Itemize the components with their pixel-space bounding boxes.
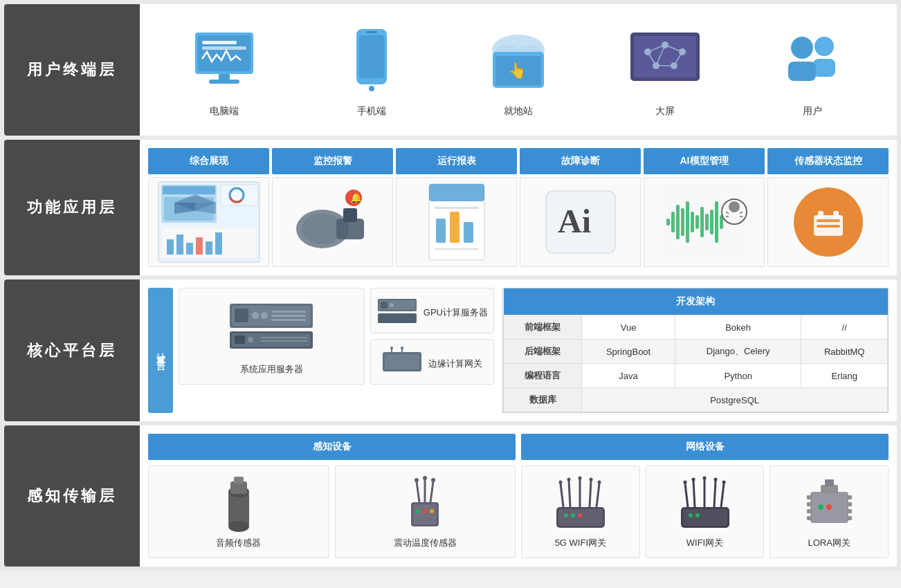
svg-point-153 (684, 481, 687, 484)
svg-rect-92 (235, 309, 248, 322)
svg-rect-44 (167, 239, 174, 255)
wifi-icon (677, 475, 733, 530)
svg-rect-35 (163, 186, 215, 194)
svg-rect-4 (219, 74, 230, 80)
sense-header-row: 感知设备 网络设备 (148, 434, 889, 460)
svg-rect-89 (817, 225, 840, 228)
func-img-sensor-monitor (767, 177, 889, 267)
lora-icon (801, 475, 857, 530)
sense-layer-content: 感知设备 网络设备 (140, 425, 897, 567)
phone-icon (337, 22, 406, 98)
dev-cell-bokeh: Bokeh (675, 315, 801, 340)
svg-rect-73 (700, 207, 704, 237)
func-header-监控报警: 监控报警 (272, 148, 393, 174)
svg-line-124 (430, 481, 433, 502)
svg-rect-72 (695, 215, 699, 229)
terminal-layer-label: 用户终端层 (4, 4, 140, 136)
svg-point-140 (579, 477, 582, 480)
svg-line-122 (417, 481, 419, 502)
dev-cell-vue: Vue (582, 315, 675, 340)
svg-text:🔔: 🔔 (350, 192, 363, 204)
terminal-layer-content: 电脑端 手机端 (140, 4, 897, 136)
vibration-sensor-icon (397, 475, 453, 530)
svg-rect-30 (813, 59, 835, 77)
dev-row-language: 编程语言 Java Python Erlang (504, 364, 888, 388)
svg-point-154 (692, 478, 695, 481)
svg-point-139 (567, 478, 571, 481)
svg-rect-147 (683, 509, 727, 526)
svg-rect-74 (705, 214, 709, 230)
svg-rect-88 (817, 219, 840, 222)
svg-rect-119 (234, 477, 244, 484)
svg-rect-69 (681, 208, 684, 236)
sense-item-5gwifi: 5G WIFI网关 (521, 466, 640, 558)
svg-rect-47 (196, 237, 203, 255)
svg-rect-60 (464, 222, 473, 243)
svg-rect-32 (788, 62, 816, 81)
svg-point-79 (729, 201, 740, 212)
terminal-layer-row: 用户终端层 (4, 4, 897, 136)
core-layer-label: 核心平台层 (4, 279, 140, 421)
dev-row-backend: 后端框架 SpringBoot Django、Celery RabbitMQ (504, 340, 888, 364)
server-box-main: 系统应用服务器 (179, 288, 365, 385)
svg-rect-170 (825, 479, 834, 486)
svg-point-126 (423, 476, 427, 480)
sense-content-row: 音频传感器 (148, 466, 889, 558)
dev-cell-rabbitmq: RabbitMQ (801, 340, 888, 364)
svg-point-157 (722, 481, 726, 484)
svg-point-94 (261, 312, 268, 319)
dev-row-label-db: 数据库 (504, 388, 582, 412)
dev-row-frontend: 前端框架 Vue Bokeh // (504, 315, 888, 340)
svg-rect-108 (378, 313, 417, 323)
sense-network-items: 5G WIFI网关 (521, 466, 889, 558)
dev-cell-python: Python (675, 364, 801, 388)
edge-gateway-icon (381, 347, 423, 378)
svg-text:👆: 👆 (508, 61, 527, 80)
dev-cell-java: Java (582, 364, 675, 388)
svg-rect-3 (202, 46, 246, 50)
dev-row-label-language: 编程语言 (504, 364, 582, 388)
svg-line-134 (569, 481, 570, 507)
svg-point-112 (390, 347, 393, 349)
func-header-运行报表: 运行报表 (396, 148, 517, 174)
dev-row-label-backend: 后端框架 (504, 340, 582, 364)
svg-rect-53 (343, 208, 357, 222)
core-servers: 系统应用服务器 (179, 288, 494, 413)
svg-rect-110 (385, 354, 419, 369)
core-left-section: 计算平台 (148, 288, 494, 413)
sense-item-wifi: WIFI网关 (646, 466, 765, 558)
func-header-综合展现: 综合展现 (148, 148, 269, 174)
svg-rect-163 (807, 509, 812, 513)
server-box-edge: 边缘计算网关 (370, 339, 494, 385)
svg-point-142 (598, 481, 601, 484)
svg-line-137 (597, 484, 599, 507)
svg-rect-102 (261, 337, 308, 338)
dev-table: 开发架构 前端框架 Vue Bokeh // 后端框架 SpringBoot (503, 288, 888, 412)
svg-point-145 (578, 513, 582, 517)
func-img-ai-model (644, 177, 765, 267)
svg-rect-7 (359, 35, 384, 78)
svg-point-101 (248, 337, 253, 342)
5g-wifi-icon (553, 475, 608, 530)
svg-point-159 (695, 513, 700, 517)
dev-row-db: 数据库 PostgreSQL (504, 388, 888, 412)
svg-point-158 (689, 513, 693, 517)
func-layer-content: 综合展现 监控报警 运行报表 故障诊断 AI模型管理 传感器状态监控 (140, 140, 897, 275)
svg-rect-67 (671, 212, 675, 232)
svg-rect-161 (807, 495, 812, 499)
func-img-运行报表 (396, 177, 517, 267)
core-layer-row: 核心平台层 计算平台 (4, 279, 897, 421)
svg-rect-162 (807, 502, 812, 506)
svg-rect-71 (691, 212, 694, 232)
pc-icon (190, 22, 259, 98)
func-images-row: 🔔 (148, 177, 889, 267)
svg-rect-45 (176, 235, 183, 255)
svg-line-151 (714, 481, 716, 507)
server-main-icon (226, 297, 316, 359)
func-img-监控报警: 🔔 (272, 177, 393, 267)
dev-row-label-frontend: 前端框架 (504, 315, 582, 340)
svg-rect-86 (818, 211, 823, 219)
svg-point-155 (703, 477, 707, 480)
sense-item-lora: LORA网关 (770, 466, 889, 558)
dev-cell-postgresql: PostgreSQL (582, 388, 888, 412)
